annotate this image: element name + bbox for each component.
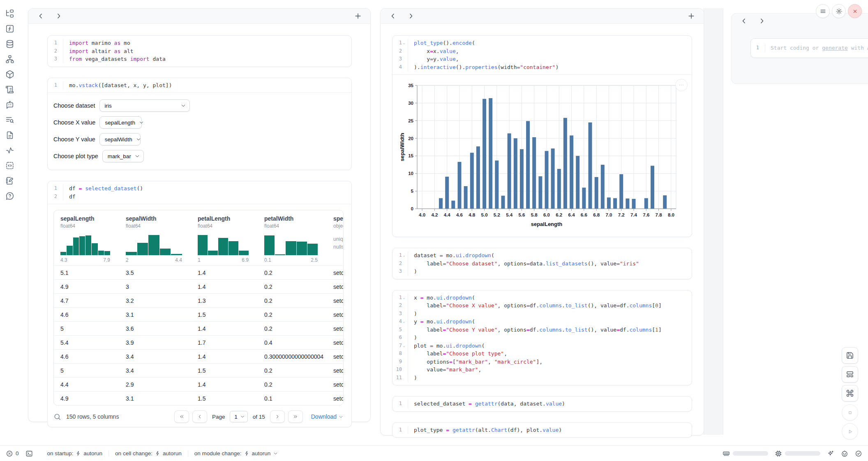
code-editor[interactable]: 1⌄2⌄3⌄4⌄5⌄6⌄7⌄8⌄9⌄10⌄11⌄x = mo.ui.dropdo… [392, 290, 692, 385]
add-cell-icon[interactable] [687, 12, 695, 20]
tracing-icon[interactable] [5, 146, 14, 155]
table-cell: 5 [54, 325, 119, 332]
table-cell: 5.1 [54, 270, 119, 276]
table-cell: 4.7 [54, 297, 119, 304]
terminal-icon[interactable] [25, 450, 33, 457]
logs-icon[interactable] [5, 85, 14, 94]
run-button[interactable] [842, 423, 858, 440]
chevron-right-icon[interactable] [758, 17, 766, 25]
dependency-graph-icon[interactable] [5, 55, 14, 64]
svg-text:4.2: 4.2 [431, 212, 438, 217]
code-source: df = selected_dataset()df [63, 184, 351, 201]
bolt-icon [76, 451, 81, 456]
table-row[interactable]: 4.63.11.50.2setosa [54, 307, 343, 321]
autorun-label: on module change: [194, 450, 242, 456]
code-editor[interactable]: 1⌄mo.vstack([dataset, x, y, plot]) [48, 78, 351, 93]
scratchpad-icon[interactable] [5, 176, 14, 185]
dropdown-select[interactable]: sepalLength [99, 116, 142, 129]
chart-actions-button[interactable] [675, 79, 688, 91]
code-editor[interactable]: 1⌄2⌄3⌄4⌄plot_type().encode( x=x.value, y… [392, 36, 692, 74]
svg-text:sepalLength: sepalLength [531, 221, 563, 227]
menu-button[interactable] [816, 4, 830, 18]
table-row[interactable]: 5.13.51.40.2setosa [54, 265, 343, 279]
settings-button[interactable] [832, 4, 846, 18]
panel-resize-gutter[interactable] [704, 8, 723, 435]
stop-button[interactable] [842, 404, 858, 421]
add-cell-icon[interactable] [354, 12, 362, 20]
table-column-header[interactable]: sepalLengthfloat644.37.9 [54, 210, 119, 265]
chevron-right-icon[interactable] [407, 12, 415, 20]
file-tree-icon[interactable] [5, 9, 14, 18]
table-row[interactable]: 5.43.91.70.4setosa [54, 335, 343, 349]
documentation-icon[interactable] [5, 131, 14, 140]
table-row[interactable]: 4.73.21.30.2setosa [54, 293, 343, 307]
cpu-meter [775, 450, 820, 457]
last-page-button[interactable] [288, 410, 303, 423]
bot-icon[interactable] [841, 450, 848, 457]
chevron-down-icon [338, 414, 344, 420]
error-indicator[interactable]: 0 [6, 450, 19, 457]
code-editor[interactable]: 1⌄2⌄3⌄import marimo as moimport altair a… [48, 36, 351, 67]
previous-page-button[interactable] [192, 410, 207, 423]
page-select[interactable]: 1 [230, 411, 247, 422]
connection-status-icon[interactable] [855, 450, 862, 457]
table-footer: 150 rows, 5 columnsPage1of 15Download [53, 410, 344, 423]
bar-chart[interactable]: 4.04.24.44.64.85.05.25.45.65.86.06.26.46… [399, 80, 684, 235]
chevron-left-icon[interactable] [389, 12, 397, 20]
autorun-setting[interactable]: on startup:autorun [41, 450, 109, 456]
code-editor[interactable]: 1⌄2⌄3⌄dataset = mo.ui.dropdown( label="C… [392, 248, 692, 279]
table-column-header[interactable]: petalLengthfloat6416.9 [191, 210, 258, 265]
table-row[interactable]: 4.42.91.40.2setosa [54, 377, 343, 391]
dropdown-label: Choose X value [53, 119, 95, 126]
database-icon[interactable] [5, 39, 14, 48]
chart-output: 4.04.24.44.64.85.05.25.45.65.86.06.26.46… [392, 74, 692, 237]
first-page-button[interactable] [174, 410, 189, 423]
dropdown-select[interactable]: iris [99, 99, 190, 112]
table-row[interactable]: 53.41.50.2setosa [54, 363, 343, 377]
dropdown-select[interactable]: sepalWidth [99, 133, 141, 145]
download-button[interactable]: Download [311, 413, 344, 420]
table-column-header[interactable]: sepalWidthfloat6424.4 [119, 210, 191, 265]
keyboard-shortcuts-button[interactable] [842, 385, 858, 401]
table-column-header[interactable]: petalWidthfloat640.12.5 [258, 210, 327, 265]
doc-search-icon[interactable] [5, 115, 14, 124]
generate-link[interactable]: generate [822, 45, 848, 51]
autorun-setting[interactable]: on cell change:autorun [108, 450, 188, 456]
autorun-setting[interactable]: on module change:autorun [188, 450, 285, 456]
left-icon-rail [0, 0, 20, 454]
chevron-down-icon [134, 153, 140, 159]
chat-bot-icon[interactable] [5, 100, 14, 109]
search-icon[interactable] [53, 413, 61, 421]
layout-button[interactable] [842, 366, 858, 383]
scratchpad-cell[interactable]: 1 Start coding or generate with AI [750, 38, 868, 58]
packages-icon[interactable] [5, 70, 14, 79]
chevron-left-icon[interactable] [740, 17, 748, 25]
table-row[interactable]: 4.63.41.40.30000000000000004setosa [54, 349, 343, 363]
close-button[interactable] [848, 4, 862, 18]
table-row[interactable]: 4.931.40.2setosa [54, 279, 343, 293]
ai-sparkles-icon[interactable] [827, 450, 834, 457]
page-label: Page [212, 414, 225, 420]
dropdown-select[interactable]: mark_bar [102, 150, 144, 162]
chevron-right-icon[interactable] [55, 12, 63, 20]
help-icon[interactable] [5, 191, 14, 201]
table-column-header[interactable]: speciesobjectunique:nulls: [327, 210, 344, 265]
svg-text:4.6: 4.6 [456, 212, 463, 217]
stop-icon [846, 409, 854, 417]
chevron-left-icon[interactable] [37, 12, 45, 20]
chevron-down-icon [136, 136, 141, 142]
snippets-icon[interactable] [5, 161, 14, 170]
function-square-icon[interactable] [5, 24, 14, 33]
table-cell: 3 [119, 284, 191, 290]
code-editor-placeholder[interactable]: Start coding or generate with AI [765, 44, 868, 52]
next-page-button[interactable] [270, 410, 285, 423]
save-button[interactable] [842, 347, 858, 364]
code-editor[interactable]: 1⌄plot_type = getattr(alt.Chart(df), plo… [392, 423, 692, 438]
code-editor[interactable]: 1⌄selected_dataset = getattr(data, datas… [392, 396, 692, 411]
svg-text:7.0: 7.0 [605, 212, 612, 217]
play-icon [846, 428, 854, 436]
page-value: 1 [234, 414, 237, 420]
table-row[interactable]: 4.93.11.50.1setosa [54, 391, 343, 405]
code-editor[interactable]: 1⌄2⌄df = selected_dataset()df [48, 181, 351, 204]
table-row[interactable]: 53.61.40.2setosa [54, 321, 343, 335]
